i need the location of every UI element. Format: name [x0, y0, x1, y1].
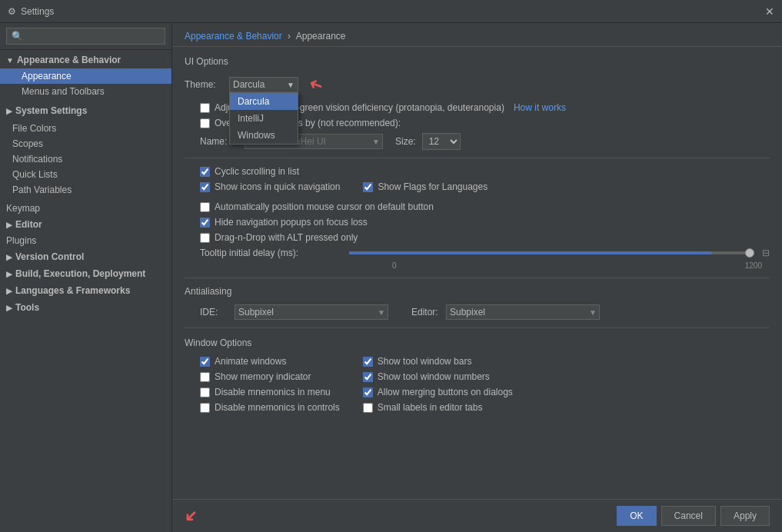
- sidebar-item-languages-label: Languages & Frameworks: [15, 285, 130, 296]
- show-tool-window-numbers-label: Show tool window numbers: [378, 371, 490, 382]
- show-icons-checkbox[interactable]: [200, 182, 210, 192]
- sidebar-item-keymap[interactable]: Keymap: [0, 201, 171, 216]
- sidebar-group-languages[interactable]: ▶ Languages & Frameworks: [0, 282, 171, 299]
- tooltip-slider-track: [349, 251, 751, 254]
- breadcrumb-separator: ›: [288, 31, 291, 42]
- theme-option-windows[interactable]: Windows: [230, 127, 298, 144]
- sidebar-group-build[interactable]: ▶ Build, Execution, Deployment: [0, 265, 171, 282]
- sidebar-item-scopes[interactable]: Scopes: [0, 136, 171, 151]
- sidebar-item-scopes-label: Scopes: [12, 138, 43, 149]
- auto-position-label: Automatically position mouse cursor on d…: [215, 201, 434, 212]
- theme-option-darcula[interactable]: Darcula: [230, 93, 298, 110]
- editor-anti-label: Editor:: [411, 307, 438, 318]
- sidebar-group-label: Appearance & Behavior: [17, 55, 121, 65]
- tooltip-delay-label: Tooltip initial delay (ms):: [200, 248, 338, 258]
- override-font-checkbox[interactable]: [200, 118, 210, 128]
- show-flags-checkbox[interactable]: [363, 182, 373, 192]
- theme-dropdown[interactable]: Darcula ▼: [229, 77, 298, 92]
- sidebar-item-appearance[interactable]: Appearance: [0, 68, 171, 84]
- hide-nav-popups-label: Hide navigation popups on focus loss: [215, 217, 368, 228]
- sidebar-item-plugins[interactable]: Plugins: [0, 233, 171, 248]
- allow-merging-buttons-checkbox[interactable]: [363, 387, 373, 397]
- editor-anti-container: Subpixel Greyscale No antialiasing ▼: [446, 304, 600, 320]
- memory-indicator-row: Show memory indicator: [200, 371, 340, 382]
- show-flags-row: Show Flags for Languages: [363, 181, 488, 192]
- memory-indicator-checkbox[interactable]: [200, 372, 210, 382]
- ui-options-title: UI Options: [185, 56, 770, 67]
- ide-anti-select[interactable]: Subpixel Greyscale No antialiasing: [235, 304, 388, 320]
- antialiasing-title: Antialiasing: [185, 286, 770, 297]
- disable-mnemonics-controls-checkbox[interactable]: [200, 403, 210, 413]
- breadcrumb: Appearance & Behavior › Appearance: [172, 23, 782, 47]
- apply-button[interactable]: Apply: [720, 506, 770, 526]
- sidebar-item-editor-label: Editor: [15, 219, 42, 230]
- sidebar-item-notifications[interactable]: Notifications: [0, 151, 171, 167]
- adjust-colors-checkbox[interactable]: [200, 103, 210, 113]
- show-tool-window-bars-row: Show tool window bars: [363, 356, 513, 367]
- size-select-container: 12 10 11 13 14: [422, 133, 461, 150]
- show-icons-label: Show icons in quick navigation: [215, 181, 340, 192]
- sidebar-group-editor[interactable]: ▶ Editor: [0, 216, 171, 233]
- breadcrumb-parent[interactable]: Appearance & Behavior: [185, 31, 282, 42]
- animate-windows-label: Animate windows: [215, 356, 286, 367]
- ide-anti-label: IDE:: [200, 307, 227, 318]
- ok-button[interactable]: OK: [617, 506, 656, 526]
- small-labels-label: Small labels in editor tabs: [378, 402, 483, 413]
- show-flags-label: Show Flags for Languages: [378, 181, 488, 192]
- sidebar-group-system[interactable]: ▶ System Settings: [0, 102, 171, 119]
- sidebar-item-path-variables[interactable]: Path Variables: [0, 182, 171, 198]
- sidebar-item-menus-toolbars[interactable]: Menus and Toolbars: [0, 84, 171, 99]
- close-button[interactable]: ✕: [765, 5, 774, 18]
- disable-mnemonics-menu-label: Disable mnemonics in menu: [215, 387, 331, 397]
- hide-nav-popups-row: Hide navigation popups on focus loss: [185, 217, 770, 228]
- sidebar-item-quick-lists[interactable]: Quick Lists: [0, 167, 171, 182]
- window-options-title: Window Options: [185, 337, 770, 348]
- show-tool-window-numbers-row: Show tool window numbers: [363, 371, 513, 382]
- auto-position-checkbox[interactable]: [200, 202, 210, 212]
- allow-merging-buttons-row: Allow merging buttons on dialogs: [363, 387, 513, 397]
- tooltip-slider-row: Tooltip initial delay (ms): ⊟: [185, 248, 770, 258]
- how-it-works-link[interactable]: How it works: [514, 102, 566, 113]
- cyclic-scrolling-row: Cyclic scrolling in list: [185, 166, 770, 177]
- tooltip-slider-thumb[interactable]: [745, 248, 754, 258]
- disable-mnemonics-menu-checkbox[interactable]: [200, 387, 210, 397]
- sidebar-item-path-variables-label: Path Variables: [12, 185, 72, 195]
- ide-anti-container: Subpixel Greyscale No antialiasing ▼: [235, 304, 388, 320]
- cyclic-scrolling-checkbox[interactable]: [200, 167, 210, 177]
- breadcrumb-current: Appearance: [296, 31, 346, 42]
- title-text: Settings: [21, 6, 54, 17]
- sidebar-group-tools[interactable]: ▶ Tools: [0, 299, 171, 316]
- show-tool-window-bars-checkbox[interactable]: [363, 357, 373, 367]
- search-input[interactable]: [6, 28, 165, 45]
- show-tool-window-bars-label: Show tool window bars: [378, 356, 472, 367]
- sidebar-group-appearance-behavior[interactable]: ▼ Appearance & Behavior: [0, 52, 171, 68]
- small-labels-checkbox[interactable]: [363, 403, 373, 413]
- sidebar-section-system: ▶ System Settings: [0, 101, 171, 121]
- sidebar: ▼ Appearance & Behavior Appearance Menus…: [0, 23, 172, 532]
- show-tool-window-numbers-checkbox[interactable]: [363, 372, 373, 382]
- drag-drop-checkbox[interactable]: [200, 233, 210, 243]
- sidebar-section-appearance-behavior: ▼ Appearance & Behavior Appearance Menus…: [0, 50, 171, 101]
- sidebar-item-menus-toolbars-label: Menus and Toolbars: [22, 86, 105, 97]
- window-options-col-right: Show tool window bars Show tool window n…: [363, 356, 513, 417]
- animate-windows-checkbox[interactable]: [200, 357, 210, 367]
- cancel-button[interactable]: Cancel: [661, 506, 716, 526]
- collapse-arrow-system: ▶: [6, 107, 12, 115]
- sidebar-group-version-control[interactable]: ▶ Version Control: [0, 248, 171, 265]
- theme-dropdown-menu: Darcula IntelliJ Windows: [229, 92, 298, 145]
- hide-nav-popups-checkbox[interactable]: [200, 218, 210, 228]
- sidebar-item-quick-lists-label: Quick Lists: [12, 169, 58, 180]
- antialiasing-section: Antialiasing IDE: Subpixel Greyscale No …: [185, 286, 770, 320]
- theme-dropdown-container: Darcula ▼ Darcula IntelliJ Windows: [229, 77, 298, 92]
- sidebar-item-file-colors-label: File Colors: [12, 123, 56, 134]
- theme-option-intellij[interactable]: IntelliJ: [230, 110, 298, 127]
- icons-flags-row: Show icons in quick navigation Show Flag…: [185, 181, 770, 197]
- sidebar-item-file-colors[interactable]: File Colors: [0, 121, 171, 136]
- auto-position-row: Automatically position mouse cursor on d…: [185, 201, 770, 212]
- cyclic-scrolling-label: Cyclic scrolling in list: [215, 166, 299, 177]
- memory-indicator-label: Show memory indicator: [215, 371, 311, 382]
- size-select[interactable]: 12 10 11 13 14: [422, 133, 461, 150]
- drag-drop-row: Drag-n-Drop with ALT pressed only: [185, 232, 770, 243]
- sidebar-group-system-label: System Settings: [15, 105, 87, 116]
- editor-anti-select[interactable]: Subpixel Greyscale No antialiasing: [446, 304, 600, 320]
